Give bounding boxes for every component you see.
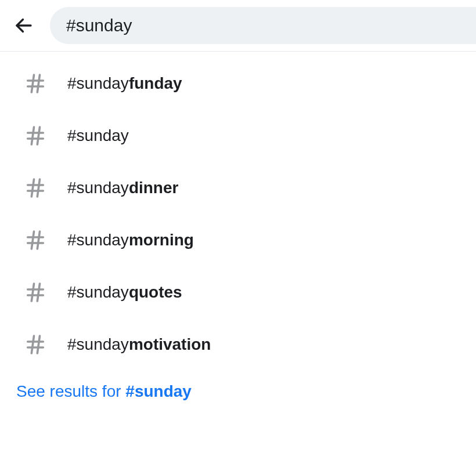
suggestion-item[interactable]: #sundayfunday [0, 57, 476, 110]
hashtag-icon [23, 124, 48, 148]
svg-line-11 [31, 179, 34, 197]
suggestion-item[interactable]: #sundayquotes [0, 266, 476, 318]
suggestion-prefix: #sunday [67, 335, 129, 353]
hashtag-icon [23, 280, 48, 305]
see-results-label: See results for [16, 382, 125, 400]
back-arrow-icon [13, 15, 34, 36]
hashtag-icon [23, 228, 48, 252]
svg-line-12 [37, 179, 39, 197]
suggestion-text: #sunday [67, 126, 129, 146]
search-header [0, 0, 476, 52]
suggestion-prefix: #sunday [67, 283, 129, 301]
svg-line-19 [31, 284, 34, 301]
suggestion-prefix: #sunday [67, 179, 129, 197]
svg-line-4 [37, 75, 39, 92]
svg-line-24 [37, 336, 39, 353]
hashtag-icon [23, 71, 48, 96]
suggestion-text: #sundaydinner [67, 178, 178, 198]
suggestion-item[interactable]: #sundaydinner [0, 162, 476, 214]
hashtag-icon [23, 176, 48, 200]
suggestion-suffix: motivation [129, 335, 211, 353]
svg-line-20 [37, 284, 39, 301]
suggestion-text: #sundayquotes [67, 282, 182, 302]
back-button[interactable] [12, 13, 36, 38]
search-field-wrap[interactable] [50, 7, 476, 44]
svg-line-7 [31, 127, 34, 144]
see-results-link[interactable]: See results for #sunday [0, 371, 476, 405]
suggestion-item[interactable]: #sundaymotivation [0, 318, 476, 371]
suggestion-prefix: #sunday [67, 74, 129, 92]
svg-line-16 [37, 231, 39, 249]
suggestion-text: #sundaymotivation [67, 335, 211, 354]
suggestion-suffix: dinner [129, 179, 179, 197]
suggestion-suffix: morning [129, 231, 194, 249]
see-results-query: #sunday [125, 382, 192, 400]
suggestion-text: #sundayfunday [67, 74, 182, 93]
svg-line-15 [31, 231, 34, 249]
suggestion-text: #sundaymorning [67, 230, 194, 250]
hashtag-icon [23, 332, 48, 357]
svg-line-3 [31, 75, 34, 92]
search-input[interactable] [66, 16, 460, 35]
suggestion-item[interactable]: #sundaymorning [0, 214, 476, 266]
svg-line-8 [37, 127, 39, 144]
suggestion-suffix: quotes [129, 283, 182, 301]
svg-line-23 [31, 336, 34, 353]
suggestion-list: #sundayfunday#sunday#sundaydinner#sunday… [0, 52, 476, 371]
suggestion-item[interactable]: #sunday [0, 110, 476, 162]
suggestion-suffix: funday [129, 74, 182, 92]
suggestion-prefix: #sunday [67, 126, 129, 144]
suggestion-prefix: #sunday [67, 231, 129, 249]
